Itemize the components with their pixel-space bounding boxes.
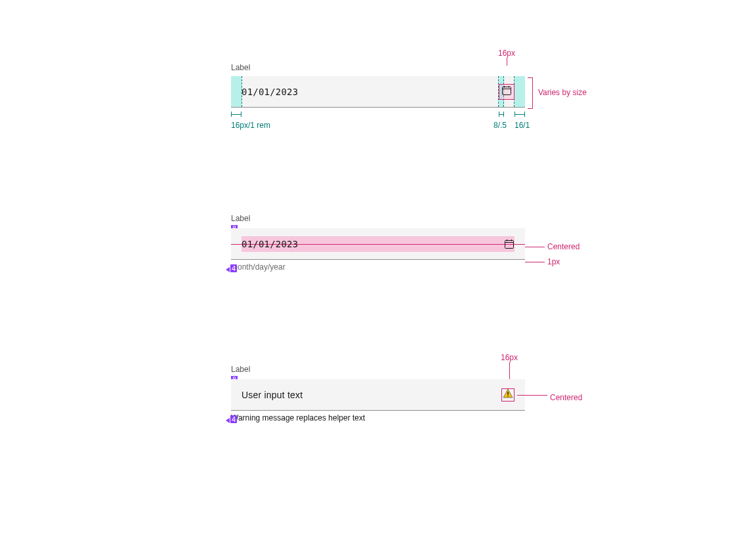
calendar-icon[interactable] [501, 85, 512, 98]
svg-rect-9 [507, 396, 508, 396]
text-input-field[interactable]: User input text [231, 379, 525, 411]
annotation-line [507, 58, 507, 66]
date-picker-spec-padding: Label 16px 01/01/2023 [231, 63, 525, 108]
field-label: Label [231, 214, 525, 223]
date-input-field[interactable]: 01/01/2023 [231, 76, 525, 108]
field-label: Label [231, 365, 525, 374]
field-label: Label [231, 63, 525, 72]
warning-icon [503, 388, 513, 401]
helper-gap-badge: 4 [230, 264, 237, 272]
warning-message: Warning message replaces helper text [231, 413, 525, 423]
date-picker-spec-warning: Label 8 16px User input text Centered 4 … [231, 365, 525, 423]
arrow-left-icon [226, 267, 230, 272]
svg-rect-4 [505, 240, 514, 248]
centered-annotation: Centered [547, 242, 579, 251]
date-value: 01/01/2023 [242, 239, 298, 249]
annotation-line [525, 262, 545, 262]
dimension-label-right: 16/1 [514, 121, 530, 130]
height-annotation: Varies by size [538, 88, 587, 97]
date-value: 01/01/2023 [242, 87, 298, 97]
spec-canvas: Label 16px 01/01/2023 [0, 0, 756, 536]
input-value: User input text [242, 390, 303, 400]
annotation-line [517, 395, 547, 396]
date-input-field[interactable]: 01/01/2023 [231, 228, 525, 260]
padding-highlight-left [231, 76, 242, 107]
dimension-bracket-gap [499, 112, 504, 117]
annotation-line [525, 247, 545, 247]
date-picker-spec-alignment: Label 8 01/01/2023 Centered 1px 4 month/ [231, 214, 525, 272]
dimension-label-left: 16px/1 rem [231, 121, 270, 130]
warning-icon-box [501, 388, 514, 402]
border-annotation: 1px [547, 257, 560, 266]
svg-rect-8 [507, 392, 508, 395]
annotation-line [509, 362, 510, 381]
calendar-icon-box [499, 84, 514, 100]
calendar-icon[interactable] [504, 239, 514, 249]
guide-line [242, 76, 242, 107]
height-bracket [528, 77, 533, 109]
centered-annotation: Centered [550, 393, 582, 402]
helper-gap-badge: 4 [230, 415, 237, 423]
helper-text: month/day/year [231, 262, 525, 272]
icon-size-annotation: 16px [498, 49, 515, 58]
svg-rect-0 [503, 87, 511, 95]
arrow-left-icon [226, 418, 230, 423]
icon-size-annotation: 16px [501, 353, 518, 362]
dimension-bracket-right [514, 112, 525, 117]
dimension-bracket-left [231, 112, 242, 117]
dimension-label-gap: 8/.5 [494, 121, 507, 130]
padding-highlight-right [514, 76, 525, 107]
